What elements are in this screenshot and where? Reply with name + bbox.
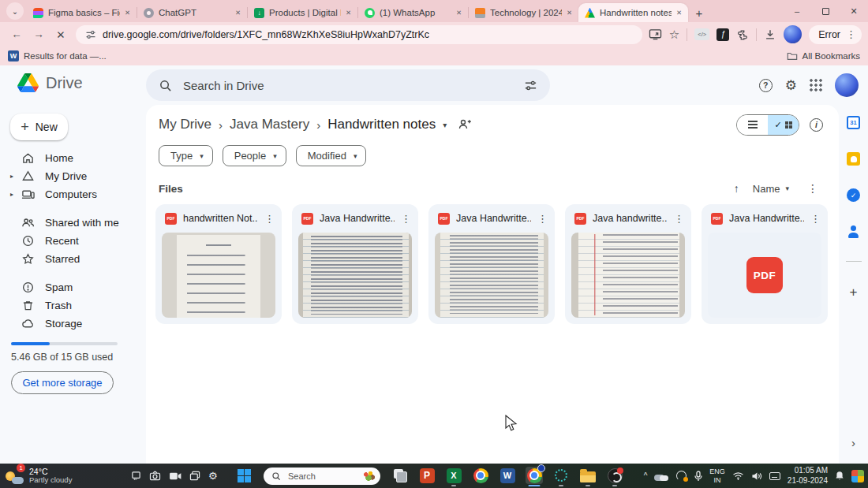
- microphone-icon[interactable]: [694, 471, 702, 482]
- stop-loading-button[interactable]: [51, 24, 71, 45]
- browser-tab-active[interactable]: Handwritten notes - Goog...: [578, 3, 688, 22]
- tasks-icon[interactable]: [847, 188, 860, 202]
- excel-app[interactable]: X: [445, 467, 462, 484]
- sidebar-item-storage[interactable]: Storage: [0, 315, 146, 333]
- powerpoint-app[interactable]: P: [418, 467, 436, 484]
- chrome-app[interactable]: [472, 467, 489, 484]
- site-info-icon[interactable]: [85, 29, 96, 40]
- sidebar-item-home[interactable]: Home: [0, 149, 146, 167]
- weather-widget[interactable]: 1 24°C Partly cloudy: [5, 466, 72, 485]
- browser-tab[interactable]: Products | Digital Downloa...: [248, 3, 357, 22]
- screencast-icon[interactable]: [649, 28, 662, 40]
- code-extension-icon[interactable]: [694, 28, 709, 40]
- camera-icon[interactable]: [149, 471, 161, 481]
- new-button[interactable]: New: [10, 114, 68, 140]
- more-options-icon[interactable]: [807, 182, 818, 195]
- back-button[interactable]: [6, 24, 27, 45]
- sort-direction-icon[interactable]: [734, 182, 739, 195]
- get-addons-icon[interactable]: [850, 285, 858, 300]
- breadcrumb-current-folder[interactable]: Handwritten notes: [327, 117, 447, 132]
- windows-layers-icon[interactable]: [189, 471, 200, 481]
- snip-icon[interactable]: [131, 471, 141, 481]
- all-bookmarks-button[interactable]: All Bookmarks: [787, 51, 861, 61]
- tab-close-icon[interactable]: [235, 9, 241, 17]
- new-tab-button[interactable]: [690, 3, 709, 22]
- browser-tab[interactable]: (1) WhatsApp: [358, 3, 468, 22]
- search-filters-icon[interactable]: [524, 79, 537, 92]
- browser-tab[interactable]: Figma basics – Figma: [27, 3, 137, 22]
- start-button[interactable]: [238, 469, 251, 482]
- filter-chip-modified[interactable]: Modified: [296, 145, 367, 166]
- chrome-app-active[interactable]: [526, 467, 543, 484]
- grid-view-button[interactable]: [768, 115, 799, 135]
- show-side-panel-icon[interactable]: [851, 436, 855, 449]
- file-thumbnail[interactable]: PDF: [708, 233, 821, 318]
- file-menu-icon[interactable]: [537, 213, 548, 225]
- obs-app[interactable]: [606, 467, 623, 484]
- file-menu-icon[interactable]: [264, 213, 275, 225]
- maximize-button[interactable]: [811, 0, 840, 22]
- language-indicator[interactable]: ENGIN: [709, 468, 725, 484]
- browser-menu-icon[interactable]: [846, 28, 856, 40]
- expand-arrow-icon[interactable]: [10, 191, 13, 198]
- breadcrumb-java-mastery[interactable]: Java Mastery: [230, 117, 309, 132]
- pen-device-icon[interactable]: [769, 472, 780, 480]
- details-info-icon[interactable]: i: [810, 118, 823, 132]
- forward-button[interactable]: [28, 24, 49, 45]
- close-window-button[interactable]: [840, 0, 868, 22]
- sidebar-item-recent[interactable]: Recent: [0, 232, 146, 250]
- sidebar-item-shared-with-me[interactable]: Shared with me: [0, 214, 146, 232]
- wifi-icon[interactable]: [732, 471, 744, 480]
- drive-logo[interactable]: Drive: [17, 73, 83, 92]
- file-menu-icon[interactable]: [810, 213, 821, 225]
- file-card[interactable]: PDF Java handwritte...: [565, 204, 691, 324]
- shared-folder-icon[interactable]: [458, 117, 472, 132]
- tab-close-icon[interactable]: [567, 9, 572, 17]
- clock-widget[interactable]: 01:05 AM 21-09-2024: [788, 466, 828, 486]
- sidebar-item-trash[interactable]: Trash: [0, 296, 146, 315]
- taskbar-search[interactable]: [264, 468, 380, 485]
- expand-arrow-icon[interactable]: [10, 173, 13, 180]
- function-extension-icon[interactable]: [716, 28, 729, 41]
- file-explorer-app[interactable]: [579, 467, 597, 484]
- browser-menu-error-button[interactable]: Error: [809, 25, 862, 44]
- keep-icon[interactable]: [847, 152, 860, 166]
- sidebar-item-my-drive[interactable]: My Drive: [0, 167, 146, 185]
- chevron-down-icon[interactable]: [785, 184, 789, 192]
- notifications-bell-icon[interactable]: [835, 471, 844, 481]
- browser-profile-avatar[interactable]: [784, 25, 802, 43]
- filter-chip-type[interactable]: Type: [159, 145, 213, 166]
- file-card[interactable]: PDF Java Handwritte...: [428, 204, 555, 324]
- browser-tab[interactable]: ChatGPT: [137, 3, 247, 22]
- file-card[interactable]: PDF Java Handwritte... PDF: [702, 204, 828, 324]
- tab-close-icon[interactable]: [676, 9, 682, 17]
- sidebar-item-starred[interactable]: Starred: [0, 250, 146, 268]
- sidebar-item-spam[interactable]: Spam: [0, 278, 146, 296]
- drive-search-bar[interactable]: [146, 69, 550, 101]
- breadcrumb-my-drive[interactable]: My Drive: [159, 117, 211, 132]
- tab-close-icon[interactable]: [125, 9, 130, 17]
- browser-tab[interactable]: Technology | 2024 Stack O...: [469, 3, 578, 22]
- extensions-puzzle-icon[interactable]: [736, 28, 749, 41]
- contacts-icon[interactable]: [847, 225, 860, 238]
- onedrive-icon[interactable]: [654, 471, 668, 481]
- speaker-icon[interactable]: [751, 471, 762, 481]
- word-app[interactable]: W: [499, 467, 516, 484]
- filter-chip-people[interactable]: People: [223, 145, 286, 166]
- bookmark-star-icon[interactable]: [669, 28, 679, 42]
- widgets-icon[interactable]: [851, 470, 864, 482]
- google-apps-grid-icon[interactable]: [810, 79, 822, 91]
- help-icon[interactable]: ?: [759, 79, 773, 92]
- bookmark-item[interactable]: Results for data —...: [8, 50, 107, 61]
- list-view-button[interactable]: [737, 115, 768, 135]
- settings-gear-icon[interactable]: [785, 77, 797, 94]
- tab-search-icon[interactable]: [6, 2, 24, 20]
- sync-status-icon[interactable]: [675, 470, 687, 482]
- task-view-button[interactable]: [391, 467, 409, 484]
- file-card[interactable]: PDF handwritten Not...: [155, 204, 282, 324]
- video-camera-icon[interactable]: [169, 471, 181, 481]
- downloads-icon[interactable]: [764, 28, 776, 41]
- tab-close-icon[interactable]: [346, 9, 351, 17]
- account-avatar[interactable]: [835, 73, 859, 97]
- recorder-app[interactable]: [552, 467, 570, 484]
